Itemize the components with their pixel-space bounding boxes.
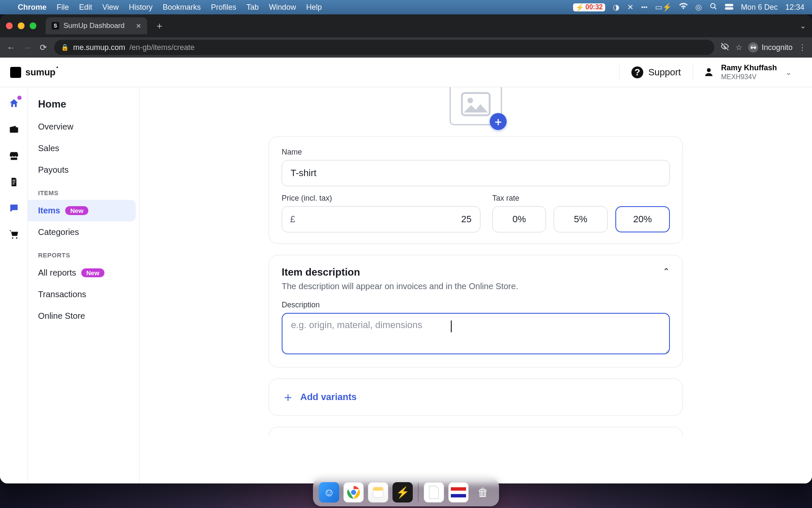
dock-trash-icon[interactable]: 🗑: [473, 482, 493, 502]
status-tools-icon[interactable]: ✕: [627, 3, 634, 12]
browser-tab[interactable]: S SumUp Dashboard ✕: [46, 17, 147, 34]
status-circle-icon[interactable]: ◑: [613, 3, 620, 12]
dock-chrome-icon[interactable]: [343, 482, 364, 502]
account-code: MEXH934V: [721, 73, 777, 81]
sidebar-online-store[interactable]: Online Store: [28, 305, 139, 327]
tax-option-label: 0%: [513, 214, 526, 225]
nav-back-button[interactable]: ←: [6, 43, 16, 52]
sidebar-overview[interactable]: Overview: [28, 116, 139, 138]
menu-tab[interactable]: Tab: [247, 3, 259, 12]
svg-rect-12: [451, 487, 466, 491]
battery-status[interactable]: ⚡ 00:32: [573, 3, 605, 11]
dock-separator: [418, 483, 419, 502]
eye-off-icon[interactable]: [720, 42, 730, 53]
tax-option-label: 20%: [633, 214, 652, 225]
menubar-clock[interactable]: 12:34: [785, 3, 804, 12]
sidebar-sales[interactable]: Sales: [28, 138, 139, 159]
sidebar-item-label: All reports: [38, 268, 76, 278]
sidebar-home[interactable]: Home: [28, 96, 139, 116]
menu-bookmarks[interactable]: Bookmarks: [163, 3, 201, 12]
tab-title: SumUp Dashboard: [63, 22, 125, 30]
status-dots-icon[interactable]: •••: [641, 4, 647, 11]
dock-flag-icon[interactable]: [448, 482, 469, 502]
account-menu[interactable]: Ramy Khuffash MEXH934V ⌄: [693, 64, 802, 81]
window-minimize-button[interactable]: [18, 22, 25, 29]
menu-profiles[interactable]: Profiles: [211, 3, 236, 12]
svg-rect-10: [373, 487, 383, 491]
svg-rect-13: [451, 494, 466, 497]
sidebar-payouts[interactable]: Payouts: [28, 159, 139, 181]
menu-view[interactable]: View: [102, 3, 119, 12]
rail-home-icon[interactable]: [8, 97, 20, 109]
collapse-toggle[interactable]: ⌃: [663, 266, 670, 276]
status-user-icon[interactable]: ◎: [695, 3, 702, 12]
sidebar-item-label: Items: [38, 206, 60, 215]
price-input[interactable]: [282, 206, 480, 232]
control-center-icon[interactable]: [725, 3, 733, 12]
rail-chat-icon[interactable]: [8, 202, 20, 214]
tab-close-icon[interactable]: ✕: [136, 22, 141, 30]
tax-option-20[interactable]: 20%: [615, 206, 670, 232]
url-host: me.sumup.com: [73, 43, 125, 52]
bookmark-star-icon[interactable]: ☆: [735, 43, 742, 52]
menu-edit[interactable]: Edit: [79, 3, 92, 12]
description-textarea[interactable]: [282, 313, 670, 354]
tabstrip-overflow-icon[interactable]: ⌄: [800, 21, 806, 30]
dock-notes-icon[interactable]: [368, 482, 388, 502]
app-header: sumup• ? Support Ramy Khuffash MEXH934V: [0, 58, 812, 87]
sidebar-group-items: ITEMS: [28, 181, 139, 200]
menu-history[interactable]: History: [129, 3, 153, 12]
browser-menu-icon[interactable]: ⋮: [798, 43, 806, 52]
bolt-icon: ⚡: [576, 3, 584, 11]
status-battery-icon[interactable]: ▭⚡: [655, 3, 672, 12]
support-button[interactable]: ? Support: [620, 64, 693, 81]
dock-app-icon[interactable]: ⚡: [392, 482, 413, 502]
rail-invoice-icon[interactable]: [8, 176, 20, 188]
sidebar-item-label: Overview: [38, 122, 73, 132]
rail-cart-icon[interactable]: [8, 229, 20, 240]
wifi-icon[interactable]: [679, 3, 688, 12]
mac-menubar: Chrome File Edit View History Bookmarks …: [0, 0, 812, 14]
menubar-app-name[interactable]: Chrome: [18, 3, 47, 12]
menubar-date[interactable]: Mon 6 Dec: [741, 3, 778, 12]
sidebar-items[interactable]: Items New: [28, 200, 136, 221]
add-image-button[interactable]: ＋: [490, 113, 507, 130]
chevron-down-icon: ⌄: [785, 68, 792, 77]
menu-help[interactable]: Help: [306, 3, 322, 12]
add-variants-button[interactable]: ＋ Add variants: [269, 378, 683, 416]
sidebar-item-label: Sales: [38, 144, 59, 153]
window-close-button[interactable]: [6, 22, 13, 29]
tax-option-0[interactable]: 0%: [492, 206, 546, 232]
new-tab-button[interactable]: ＋: [152, 19, 167, 32]
rail-store-icon[interactable]: [8, 150, 20, 162]
sidebar-item-label: Transactions: [38, 290, 86, 299]
tax-option-5[interactable]: 5%: [554, 206, 607, 232]
sidebar-transactions[interactable]: Transactions: [28, 284, 139, 305]
image-icon: [461, 92, 491, 116]
sidebar-all-reports[interactable]: All reports New: [28, 262, 139, 284]
svg-point-4: [707, 68, 710, 72]
image-placeholder[interactable]: ＋: [450, 87, 502, 125]
url-path: /en-gb/items/create: [129, 43, 195, 52]
tax-rate-label: Tax rate: [492, 194, 670, 203]
window-controls: [6, 22, 36, 29]
brand-logo[interactable]: sumup•: [10, 67, 57, 78]
dock-finder-icon[interactable]: ☺: [319, 482, 339, 502]
menu-file[interactable]: File: [57, 3, 69, 12]
name-input[interactable]: [282, 160, 670, 186]
lock-icon: 🔒: [61, 44, 69, 51]
spotlight-icon[interactable]: [710, 3, 717, 12]
icon-rail: [0, 87, 28, 483]
sidebar-categories[interactable]: Categories: [28, 221, 139, 243]
nav-reload-button[interactable]: ⟳: [38, 42, 48, 52]
text-caret-icon: [451, 320, 452, 332]
basic-info-card: Name Price (incl. tax) £: [269, 136, 683, 244]
incognito-indicator[interactable]: 🕶 Incognito: [748, 42, 793, 52]
address-bar[interactable]: 🔒 me.sumup.com/en-gb/items/create: [54, 40, 714, 55]
rail-wallet-icon[interactable]: [8, 124, 20, 135]
window-zoom-button[interactable]: [30, 22, 36, 29]
menu-window[interactable]: Window: [269, 3, 296, 12]
dock-document-icon[interactable]: [424, 482, 444, 502]
svg-rect-2: [725, 4, 733, 6]
description-heading: Item description: [282, 266, 360, 278]
